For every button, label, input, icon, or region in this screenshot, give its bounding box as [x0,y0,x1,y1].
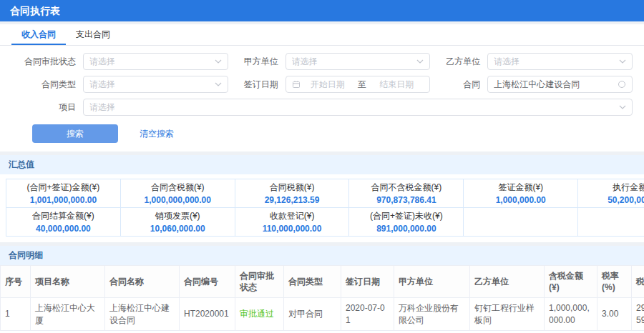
details-section-title: 合同明细 [0,246,644,265]
summary-cell: 合同含税额(¥) 1,000,000,000.00 [120,179,235,208]
party-b-label: 乙方单位 [437,56,480,68]
search-button[interactable]: 搜索 [32,124,118,143]
summary-section-title: 汇总值 [0,155,644,174]
party-a-label: 甲方单位 [235,56,278,68]
cell-seq: 1 [1,298,31,330]
party-b-select[interactable]: 请选择 [487,53,633,70]
details-table-container: 序号 项目名称 合同名称 合同编号 合同审批状态 合同类型 签订日期 甲方单位 … [0,265,644,331]
page-title: 合同执行表 [10,5,60,16]
summary-label: 销项发票(¥) [124,210,232,222]
chevron-down-icon [215,59,222,64]
table-header-row: 序号 项目名称 合同名称 合同编号 合同审批状态 合同类型 签订日期 甲方单位 … [1,266,644,298]
summary-value: 1,001,000,000.00 [9,195,117,205]
summary-cell-empty [464,208,578,237]
summary-cell: 销项发票(¥) 10,060,000.00 [120,208,235,237]
party-b-placeholder: 请选择 [494,56,619,68]
summary-cell: 合同结算金额(¥) 40,000,000.00 [6,208,121,237]
table-row: 1 上海松江中心大厦 上海松江中心建设合同 HT2020001 审批通过 对甲合… [1,298,644,330]
cell-tax-amount: 29,126,213.59 [632,298,644,330]
column-header-approval-status: 合同审批状态 [235,266,284,298]
column-header-seq: 序号 [1,266,31,298]
party-a-select[interactable]: 请选择 [286,53,431,70]
summary-value: 29,126,213.59 [238,195,346,205]
contract-input[interactable]: 上海松江中心建设合同 [487,76,633,93]
summary-label: 收款登记(¥) [238,210,346,222]
column-header-sign-date: 签订日期 [341,266,394,298]
party-a-placeholder: 请选择 [292,56,417,68]
summary-value: 40,000,000.00 [9,224,117,234]
summary-value: 50,200,000.00 [581,195,644,205]
project-label: 项目 [11,101,76,114]
sign-date-label: 签订日期 [235,79,278,91]
summary-cell: (合同+签证)金额(¥) 1,001,000,000.00 [6,179,121,208]
summary-label: 合同税额(¥) [238,182,346,194]
date-range-separator: 至 [355,79,369,91]
cell-party-a: 万科企业股份有限公司 [394,298,470,330]
summary-value: 970,873,786.41 [352,195,460,205]
summary-cell: 签证金额(¥) 1,000,000.00 [464,179,578,208]
approval-status-select[interactable]: 请选择 [83,53,228,70]
summary-label: (合同+签证)未收(¥) [352,210,460,222]
contract-label: 合同 [437,79,480,91]
summary-value: 1,000,000.00 [467,195,575,205]
summary-label: 合同含税额(¥) [124,182,232,194]
chevron-down-icon [416,59,424,64]
sign-date-range-picker[interactable]: 开始日期 至 结束日期 [286,76,431,93]
start-date-placeholder: 开始日期 [301,79,355,91]
project-placeholder: 请选择 [89,101,619,114]
details-table: 序号 项目名称 合同名称 合同编号 合同审批状态 合同类型 签订日期 甲方单位 … [0,265,644,331]
summary-cell: 合同不含税金额(¥) 970,873,786.41 [349,179,464,208]
summary-label: 执行金额(¥) [581,182,644,194]
summary-panel: 汇总值 (合同+签证)金额(¥) 1,001,000,000.00 合同含税额(… [0,155,644,242]
summary-cell-empty [578,208,644,237]
contract-type-select[interactable]: 请选择 [83,76,228,93]
cell-party-b: 钉钉工程行业样板间 [470,298,545,330]
column-header-party-a: 甲方单位 [394,266,470,298]
summary-cell: (合同+签证)未收(¥) 891,000,000.00 [349,208,464,237]
cell-project-name: 上海松江中心大厦 [31,298,105,330]
calendar-icon [292,80,301,89]
summary-value: 891,000,000.00 [352,224,460,234]
column-header-contract-name: 合同名称 [105,266,180,298]
tab-bar: 收入合同 支出合同 [0,24,644,46]
cell-contract-no: HT2020001 [180,298,235,330]
circle-icon [618,80,626,89]
approval-status-placeholder: 请选择 [89,56,215,68]
column-header-tax-amount: 税额(¥) [632,266,644,298]
summary-value: 110,000,000.00 [238,224,346,234]
summary-cell: 合同税额(¥) 29,126,213.59 [235,179,349,208]
column-header-tax-rate: 税率(%) [597,266,632,298]
cell-contract-type: 对甲合同 [284,298,341,330]
chevron-down-icon [619,59,626,64]
page-header: 合同执行表 [0,0,644,21]
chevron-down-icon [619,105,626,109]
summary-value: 10,060,000.00 [124,224,232,234]
summary-cell: 收款登记(¥) 110,000,000.00 [235,208,349,237]
summary-label: (合同+签证)金额(¥) [9,182,117,194]
tab-expense-contract[interactable]: 支出合同 [66,24,120,45]
filter-panel: 收入合同 支出合同 合同审批状态 请选择 甲方单位 请选择 乙方单位 请选择 合… [0,24,644,151]
contract-type-label: 合同类型 [11,79,76,91]
summary-value: 1,000,000,000.00 [124,195,232,205]
cell-contract-name: 上海松江中心建设合同 [105,298,180,330]
summary-label: 合同结算金额(¥) [9,210,117,222]
cell-approval-status: 审批通过 [235,298,284,330]
filter-form: 合同审批状态 请选择 甲方单位 请选择 乙方单位 请选择 合同类型 请选择 签订… [0,46,644,116]
approval-status-label: 合同审批状态 [11,56,76,68]
summary-label: 签证金额(¥) [467,182,575,194]
column-header-project-name: 项目名称 [31,266,105,298]
project-select[interactable]: 请选择 [83,99,633,116]
tab-income-contract[interactable]: 收入合同 [11,24,66,45]
cell-amount-incl-tax: 1,000,000,000.00 [545,298,597,330]
column-header-contract-no: 合同编号 [180,266,235,298]
summary-table: (合同+签证)金额(¥) 1,001,000,000.00 合同含税额(¥) 1… [6,179,644,237]
column-header-contract-type: 合同类型 [284,266,341,298]
summary-table-container: (合同+签证)金额(¥) 1,001,000,000.00 合同含税额(¥) 1… [0,174,644,242]
cell-sign-date: 2020-07-01 [341,298,394,330]
details-panel: 合同明细 序号 项目名称 合同名称 合同编号 合同审批状态 合同类型 签订日期 … [0,246,644,333]
summary-cell: 执行金额(¥) 50,200,000.00 [578,179,644,208]
contract-type-placeholder: 请选择 [89,79,215,91]
contract-input-value: 上海松江中心建设合同 [494,79,618,91]
column-header-party-b: 乙方单位 [470,266,545,298]
clear-search-link[interactable]: 清空搜索 [140,128,174,140]
